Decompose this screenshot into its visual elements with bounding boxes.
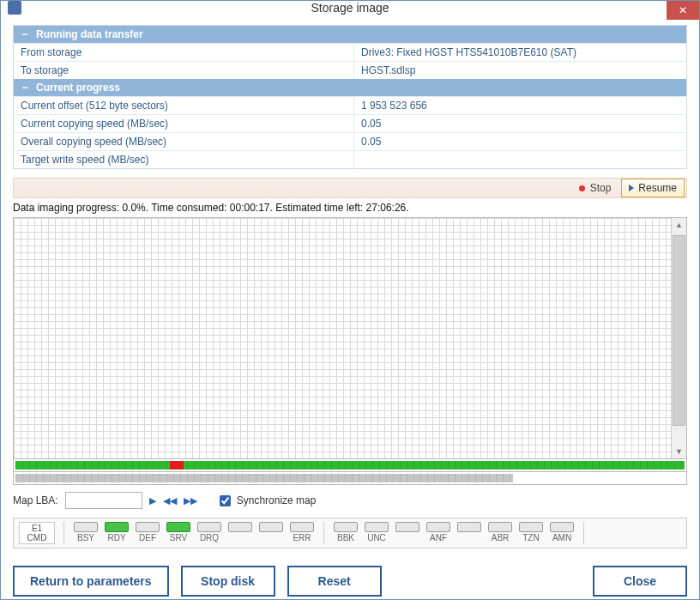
led-icon bbox=[197, 522, 221, 532]
led-icon bbox=[228, 522, 252, 532]
progress-bar-overall bbox=[13, 472, 687, 485]
collapse-icon[interactable]: − bbox=[21, 28, 29, 40]
led-label: SRV bbox=[170, 533, 187, 542]
stop-button[interactable]: Stop bbox=[590, 182, 612, 194]
progress-cells-error bbox=[170, 461, 184, 470]
led-icon bbox=[136, 522, 160, 532]
titlebar: Storage image ✕ bbox=[1, 1, 699, 15]
led-label: BBK bbox=[337, 533, 354, 542]
collapse-icon[interactable]: − bbox=[21, 82, 29, 94]
map-lba-row: Map LBA: ▶ ◀◀ ▶▶ Synchronize map bbox=[13, 492, 687, 509]
status-led-err: ERR bbox=[289, 522, 315, 542]
progress-bar-detail bbox=[13, 459, 687, 472]
row-to-storage: To storage HGST.sdlsp bbox=[14, 62, 687, 80]
status-led-blank bbox=[456, 522, 482, 542]
scroll-thumb[interactable] bbox=[673, 235, 685, 426]
status-led-rdy: RDY bbox=[104, 522, 130, 542]
cmd-code: E1 bbox=[32, 524, 42, 533]
target-speed-label: Target write speed (MB/sec) bbox=[14, 151, 354, 169]
stop-disk-button[interactable]: Stop disk bbox=[181, 566, 275, 597]
info-table: −Running data transfer From storage Driv… bbox=[13, 25, 687, 169]
led-icon bbox=[74, 522, 98, 532]
content-area: −Running data transfer From storage Driv… bbox=[1, 15, 699, 600]
row-overall-speed: Overall copying speed (MB/sec) 0.05 bbox=[14, 133, 687, 151]
led-icon bbox=[519, 522, 543, 532]
status-group-2: BBKUNCANFABRTZNAMN bbox=[333, 522, 575, 542]
led-label: UNC bbox=[367, 533, 386, 542]
status-led-blank bbox=[395, 522, 420, 542]
current-speed-value: 0.05 bbox=[354, 115, 687, 133]
status-led-bbk: BBK bbox=[333, 522, 359, 542]
led-icon bbox=[166, 522, 190, 532]
led-icon bbox=[259, 522, 283, 532]
target-speed-value bbox=[354, 151, 687, 169]
led-label: ANF bbox=[430, 533, 447, 542]
status-led-srv: SRV bbox=[166, 522, 191, 542]
led-icon bbox=[365, 522, 389, 532]
status-led-drq: DRQ bbox=[196, 522, 222, 542]
synchronize-map-input[interactable] bbox=[220, 495, 231, 506]
play-icon bbox=[629, 185, 634, 191]
status-led-blank bbox=[258, 522, 284, 542]
window-title: Storage image bbox=[1, 1, 699, 15]
led-label: DEF bbox=[139, 533, 156, 542]
scroll-up-icon[interactable]: ▲ bbox=[672, 218, 686, 232]
led-icon bbox=[395, 522, 419, 532]
window-close-button[interactable]: ✕ bbox=[667, 1, 699, 20]
sector-map-grid[interactable]: ▲ ▼ bbox=[13, 217, 687, 459]
return-to-parameters-button[interactable]: Return to parameters bbox=[13, 566, 169, 597]
sector-grid-scrollbar[interactable]: ▲ ▼ bbox=[671, 218, 686, 458]
status-led-tzn: TZN bbox=[518, 522, 544, 542]
from-storage-value: Drive3: Fixed HGST HTS541010B7E610 (SAT) bbox=[354, 44, 687, 62]
section-header-transfer[interactable]: −Running data transfer bbox=[14, 26, 687, 44]
led-icon bbox=[488, 522, 512, 532]
dialog-buttons: Return to parameters Stop disk Reset Clo… bbox=[13, 566, 687, 597]
offset-label: Current offset (512 byte sectors) bbox=[14, 97, 354, 115]
led-icon bbox=[105, 522, 129, 532]
offset-value: 1 953 523 656 bbox=[354, 97, 687, 115]
led-label: ERR bbox=[293, 533, 311, 542]
play-icon[interactable]: ▶ bbox=[149, 495, 156, 506]
progress-action-strip: Stop Resume bbox=[13, 178, 687, 198]
to-storage-value: HGST.sdlsp bbox=[354, 62, 687, 80]
status-led-blank bbox=[227, 522, 253, 542]
rewind-icon[interactable]: ◀◀ bbox=[163, 495, 177, 506]
led-icon bbox=[334, 522, 358, 532]
reset-button[interactable]: Reset bbox=[287, 566, 382, 597]
led-icon bbox=[457, 522, 481, 532]
scroll-down-icon[interactable]: ▼ bbox=[672, 445, 686, 458]
separator bbox=[323, 522, 324, 544]
sector-grid-body[interactable] bbox=[14, 218, 671, 458]
led-label: DRQ bbox=[200, 533, 219, 542]
progress-cells-good bbox=[15, 461, 685, 470]
row-current-speed: Current copying speed (MB/sec) 0.05 bbox=[14, 115, 687, 133]
resume-button[interactable]: Resume bbox=[621, 179, 685, 197]
status-led-abr: ABR bbox=[487, 522, 513, 542]
progress-overall-done bbox=[15, 474, 513, 482]
synchronize-map-label: Synchronize map bbox=[237, 494, 317, 506]
progress-header-label: Current progress bbox=[36, 82, 120, 94]
section-header-progress[interactable]: −Current progress bbox=[14, 79, 687, 97]
from-storage-label: From storage bbox=[14, 44, 354, 62]
led-icon bbox=[550, 522, 574, 532]
synchronize-map-checkbox[interactable]: Synchronize map bbox=[216, 493, 317, 509]
overall-speed-value: 0.05 bbox=[354, 133, 687, 151]
row-target-speed: Target write speed (MB/sec) bbox=[14, 151, 687, 169]
close-button[interactable]: Close bbox=[593, 566, 687, 597]
fast-forward-icon[interactable]: ▶▶ bbox=[184, 495, 197, 506]
status-led-amn: AMN bbox=[549, 522, 575, 542]
led-label: AMN bbox=[552, 533, 571, 542]
led-label: RDY bbox=[107, 533, 125, 542]
led-label: ABR bbox=[492, 533, 510, 542]
led-label: BSY bbox=[77, 533, 94, 542]
current-speed-label: Current copying speed (MB/sec) bbox=[14, 115, 354, 133]
transfer-header-label: Running data transfer bbox=[36, 28, 143, 40]
resume-label: Resume bbox=[638, 182, 677, 194]
status-group-1: BSYRDYDEFSRVDRQERR bbox=[73, 522, 315, 542]
status-led-bsy: BSY bbox=[73, 522, 99, 542]
cmd-indicator: E1 CMD bbox=[19, 522, 55, 544]
map-lba-input[interactable] bbox=[65, 492, 142, 509]
separator bbox=[63, 522, 64, 544]
row-from-storage: From storage Drive3: Fixed HGST HTS54101… bbox=[14, 44, 687, 62]
drive-status-indicators: E1 CMD BSYRDYDEFSRVDRQERR BBKUNCANFABRTZ… bbox=[13, 518, 687, 548]
